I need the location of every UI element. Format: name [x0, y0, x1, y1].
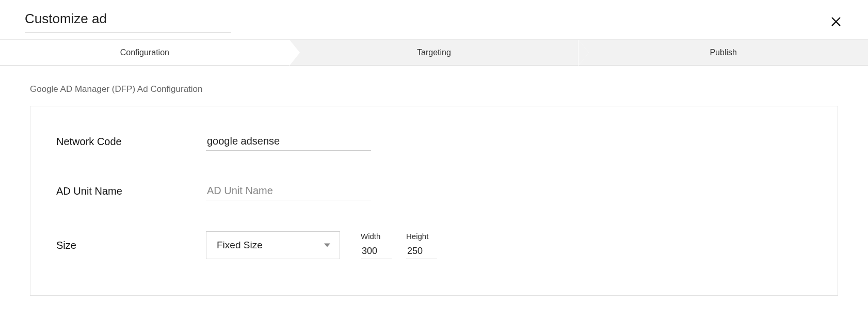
ad-unit-name-input[interactable] — [206, 182, 371, 200]
step-configuration[interactable]: Configuration — [0, 40, 290, 65]
config-panel: Network Code AD Unit Name Size Fixed Siz… — [30, 106, 838, 296]
step-targeting[interactable]: Targeting — [290, 40, 579, 65]
header-bar: Customize ad — [0, 0, 868, 40]
label-size: Size — [56, 240, 206, 251]
chevron-down-icon — [324, 244, 330, 247]
label-ad-unit-name: AD Unit Name — [56, 185, 206, 197]
section-heading: Google AD Manager (DFP) Ad Configuration — [0, 66, 868, 101]
height-block: Height — [406, 232, 437, 259]
size-select[interactable]: Fixed Size — [206, 231, 340, 259]
label-height: Height — [406, 232, 437, 241]
chevron-right-icon — [289, 40, 299, 66]
row-size: Size Fixed Size Width Height — [56, 231, 812, 259]
step-label: Publish — [710, 48, 736, 57]
height-input[interactable] — [406, 244, 437, 259]
label-width: Width — [361, 232, 392, 241]
row-network-code: Network Code — [56, 132, 812, 151]
close-button[interactable] — [825, 10, 847, 33]
width-input[interactable] — [361, 244, 392, 259]
row-ad-unit-name: AD Unit Name — [56, 182, 812, 200]
label-network-code: Network Code — [56, 136, 206, 148]
page-title: Customize ad — [25, 11, 231, 33]
close-icon — [830, 16, 842, 27]
step-label: Configuration — [120, 48, 169, 57]
title-wrap: Customize ad — [25, 11, 231, 33]
dimension-group: Width Height — [361, 232, 437, 259]
size-selected-label: Fixed Size — [217, 240, 263, 251]
step-nav: Configuration Targeting Publish — [0, 40, 868, 66]
step-publish[interactable]: Publish — [578, 40, 868, 65]
width-block: Width — [361, 232, 392, 259]
step-label: Targeting — [417, 48, 451, 57]
network-code-input[interactable] — [206, 132, 371, 151]
